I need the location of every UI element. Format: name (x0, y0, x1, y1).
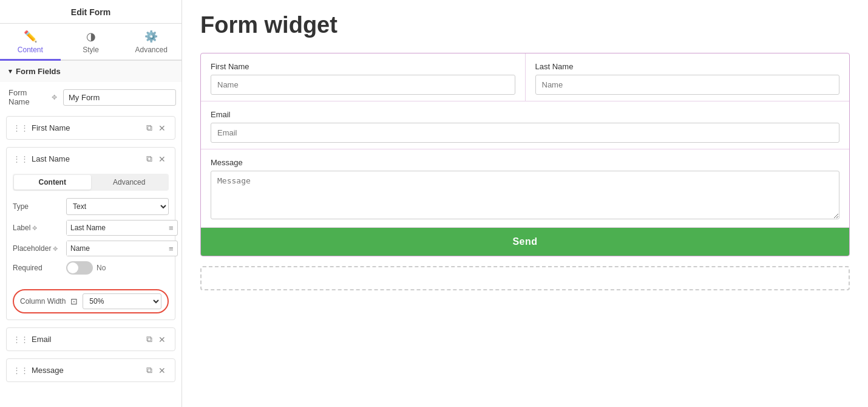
last-name-preview-input[interactable] (535, 75, 840, 95)
field-item-message-header: ⋮⋮ Message ⧉ ✕ (7, 359, 175, 381)
sub-tab-advanced[interactable]: Advanced (91, 175, 168, 190)
label-align-icon: ≡ (165, 222, 177, 234)
section-label: Form Fields (16, 67, 61, 76)
last-name-props: Type Text Label ✥ ≡ (7, 194, 175, 286)
email-field-wrap: Email (201, 101, 849, 149)
message-preview-textarea[interactable] (211, 171, 839, 219)
label-drag-icon: ✥ (32, 225, 37, 231)
type-select[interactable]: Text (66, 198, 169, 215)
placeholder-align-icon: ≡ (165, 242, 177, 255)
first-name-close-btn[interactable]: ✕ (155, 122, 169, 134)
tab-advanced-label: Advanced (135, 46, 167, 54)
label-input-wrap: ≡ (66, 220, 178, 236)
email-copy-btn[interactable]: ⧉ (143, 333, 155, 346)
email-close-btn[interactable]: ✕ (155, 333, 169, 346)
field-item-email: ⋮⋮ Email ⧉ ✕ (6, 327, 175, 351)
first-name-copy-btn[interactable]: ⧉ (143, 121, 155, 134)
form-preview: First Name Last Name Email Message Send (200, 53, 850, 256)
drag-icon-message: ⋮⋮ (13, 366, 29, 375)
tab-content-label: Content (18, 46, 43, 54)
type-row: Type Text (13, 198, 169, 215)
form-name-row: Form Name ✥ (0, 82, 181, 112)
toggle-slider (66, 261, 93, 275)
left-panel: Edit Form ✏️ Content ◑ Style ⚙️ Advanced… (0, 0, 182, 407)
message-copy-btn[interactable]: ⧉ (143, 364, 155, 377)
label-input[interactable] (67, 221, 165, 235)
last-name-preview-label: Last Name (535, 62, 840, 71)
col-width-label: Column Width (20, 297, 66, 306)
email-preview-label: Email (211, 110, 839, 119)
form-name-input[interactable] (63, 89, 176, 106)
tab-bar: ✏️ Content ◑ Style ⚙️ Advanced (0, 24, 181, 61)
column-width-row: Column Width ⊡ 50% 100% 33% 25% 66% 75% (13, 289, 169, 313)
message-field-wrap: Message (201, 149, 849, 228)
send-button[interactable]: Send (201, 228, 849, 256)
widget-title: Form widget (200, 12, 850, 38)
form-fields-section[interactable]: ▾ Form Fields (0, 61, 181, 82)
email-preview-input[interactable] (211, 123, 839, 143)
drag-icon-email: ⋮⋮ (13, 335, 29, 344)
placeholder-label: Placeholder ✥ (13, 244, 61, 253)
form-name-label: Form Name ✥ (8, 88, 57, 106)
field-item-message: ⋮⋮ Message ⧉ ✕ (6, 358, 175, 382)
last-name-sub-tab-bar: Content Advanced (13, 174, 169, 191)
message-close-btn[interactable]: ✕ (155, 364, 169, 377)
field-item-first-name: ⋮⋮ First Name ⧉ ✕ (6, 116, 175, 140)
label-prop-label: Label ✥ (13, 224, 61, 232)
required-label: Required (13, 264, 61, 272)
bottom-dashed-area (200, 266, 850, 290)
field-item-email-header: ⋮⋮ Email ⧉ ✕ (7, 328, 175, 351)
drag-icon-first-name: ⋮⋮ (13, 123, 29, 132)
placeholder-row: Placeholder ✥ ≡ (13, 241, 169, 256)
message-preview-label: Message (211, 158, 839, 167)
field-item-last-name-header: ⋮⋮ Last Name ⧉ ✕ (7, 148, 175, 170)
tab-style[interactable]: ◑ Style (61, 24, 121, 61)
first-name-label: First Name (32, 123, 143, 132)
sub-tab-content[interactable]: Content (14, 175, 91, 190)
col-width-icon: ⊡ (70, 296, 78, 306)
right-panel: Form widget First Name Last Name Email M… (182, 0, 868, 407)
required-state-label: No (97, 264, 106, 272)
style-icon: ◑ (86, 30, 96, 43)
form-row-email: Email (201, 101, 849, 149)
type-label: Type (13, 202, 61, 211)
col-width-select[interactable]: 50% 100% 33% 25% 66% 75% (83, 293, 161, 309)
section-collapse-arrow: ▾ (8, 67, 12, 75)
form-name-drag-icon: ✥ (52, 94, 57, 101)
tab-style-label: Style (83, 46, 99, 54)
panel-title: Edit Form (0, 0, 181, 24)
required-toggle-wrap: No (66, 261, 106, 275)
placeholder-input-wrap: ≡ (66, 241, 178, 256)
email-label: Email (32, 335, 143, 344)
last-name-close-btn[interactable]: ✕ (155, 153, 169, 165)
last-name-field-wrap: Last Name (526, 53, 850, 101)
advanced-icon: ⚙️ (144, 30, 158, 43)
placeholder-drag-icon: ✥ (53, 245, 58, 252)
type-value: Text (66, 198, 169, 215)
required-row: Required No (13, 261, 169, 275)
content-icon: ✏️ (24, 30, 37, 43)
message-label: Message (32, 366, 143, 375)
last-name-copy-btn[interactable]: ⧉ (143, 152, 155, 165)
field-item-first-name-header: ⋮⋮ First Name ⧉ ✕ (7, 117, 175, 139)
required-toggle[interactable] (66, 261, 93, 275)
field-item-last-name: ⋮⋮ Last Name ⧉ ✕ Content Advanced Type T… (6, 147, 175, 320)
first-name-preview-input[interactable] (211, 75, 515, 95)
tab-content[interactable]: ✏️ Content (0, 24, 61, 61)
last-name-label: Last Name (32, 154, 143, 163)
form-row-message: Message (201, 149, 849, 228)
drag-icon-last-name: ⋮⋮ (13, 154, 29, 163)
tab-advanced[interactable]: ⚙️ Advanced (121, 24, 181, 61)
form-row-names: First Name Last Name (201, 53, 849, 101)
label-row: Label ✥ ≡ (13, 220, 169, 236)
first-name-field-wrap: First Name (201, 53, 526, 101)
first-name-preview-label: First Name (211, 62, 515, 71)
placeholder-input[interactable] (67, 241, 165, 256)
